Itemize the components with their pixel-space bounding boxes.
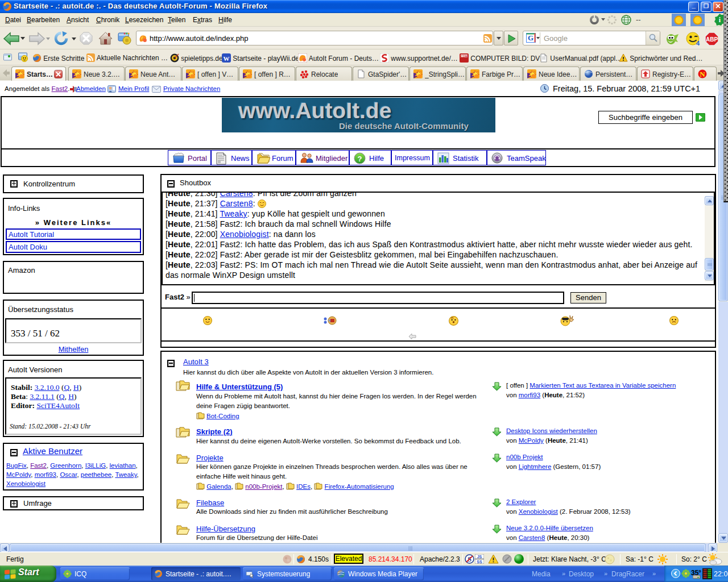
svg-text:G: G (528, 34, 533, 42)
svg-text:N: N (700, 70, 705, 78)
svg-text:W: W (224, 55, 230, 62)
svg-text:SS: SS (477, 560, 482, 564)
svg-text:4: 4 (696, 40, 700, 47)
svg-text:?: ? (358, 155, 362, 163)
svg-text:COM: COM (461, 55, 468, 58)
svg-text:JS: JS (477, 555, 482, 559)
svg-text:ABP: ABP (706, 36, 718, 43)
